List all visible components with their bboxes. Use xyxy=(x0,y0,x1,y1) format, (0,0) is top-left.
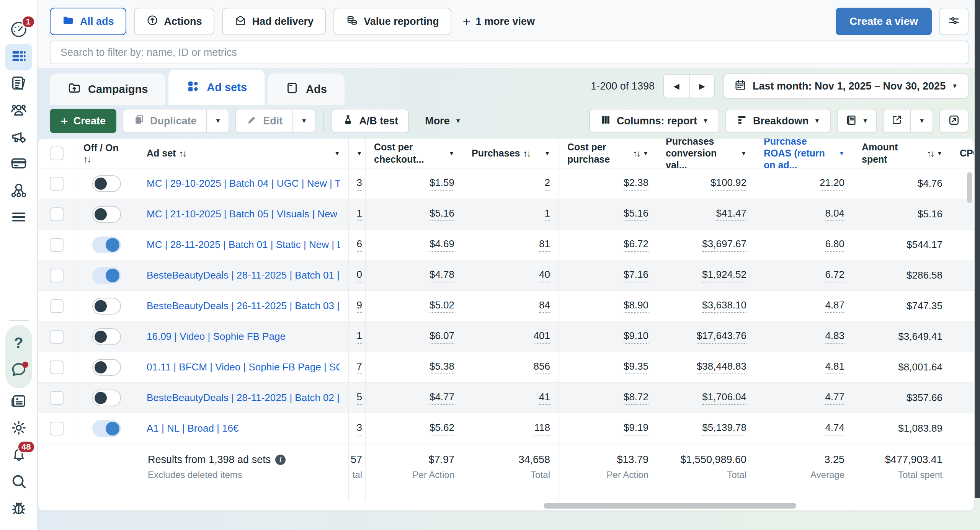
column-menu-icon[interactable]: ▼ xyxy=(934,150,942,157)
billing-item[interactable] xyxy=(5,151,32,178)
status-toggle[interactable] xyxy=(92,206,121,223)
prev-page-button[interactable]: ◀ xyxy=(664,75,689,98)
account-overview-item[interactable]: 1 xyxy=(5,17,32,44)
column-menu-icon[interactable]: ▼ xyxy=(640,150,648,157)
adset-name-link[interactable]: 16.09 | Video | Sophie FB Page xyxy=(147,331,286,342)
next-page-button[interactable]: ▶ xyxy=(689,75,714,98)
column-menu-icon[interactable]: ▼ xyxy=(353,150,362,157)
column-menu-icon[interactable]: ▼ xyxy=(331,150,340,157)
adset-name-link[interactable]: 01.11 | BFCM | Video | Sophie FB Page | … xyxy=(147,361,340,373)
status-toggle[interactable] xyxy=(92,236,121,253)
header-cost-per-purchase[interactable]: Cost per purchase ↑↓ ▼ xyxy=(559,139,657,168)
sort-icon[interactable]: ↑↓ xyxy=(927,148,934,159)
row-checkbox[interactable] xyxy=(50,391,64,405)
ab-test-button[interactable]: A/B test xyxy=(332,109,409,133)
horizontal-scrollbar[interactable] xyxy=(544,503,796,509)
reports-button[interactable]: ▼ xyxy=(837,109,877,133)
export-button[interactable] xyxy=(883,109,911,133)
adset-name-link[interactable]: BesteBeautyDeals | 28-11-2025 | Batch 02… xyxy=(147,392,340,404)
support-chat-item[interactable] xyxy=(5,357,32,384)
business-assets-item[interactable] xyxy=(5,178,32,204)
header-off-on[interactable]: Off / On ↑↓ xyxy=(75,139,138,168)
status-toggle[interactable] xyxy=(92,359,121,376)
header-conversion-value[interactable]: Purchases conversion val... ▼ xyxy=(657,139,755,168)
status-toggle[interactable] xyxy=(92,390,121,406)
status-toggle[interactable] xyxy=(92,267,121,284)
row-checkbox[interactable] xyxy=(50,299,64,313)
edit-caret-button[interactable]: ▼ xyxy=(293,109,315,133)
breakdown-button[interactable]: Breakdown ▼ xyxy=(725,109,831,133)
header-ad-set[interactable]: Ad set ↑↓ ▼ xyxy=(138,139,349,168)
header-cost-per-checkout[interactable]: Cost per checkout... ▼ xyxy=(366,139,463,168)
more-view-button[interactable]: + 1 more view xyxy=(463,15,535,28)
header-amount-spent[interactable]: Amount spent ↑↓ ▼ xyxy=(853,139,951,168)
notifications-item[interactable]: 48 xyxy=(5,442,32,469)
edit-button[interactable]: Edit xyxy=(235,109,293,133)
status-toggle[interactable] xyxy=(92,298,121,315)
row-checkbox[interactable] xyxy=(50,360,64,374)
export-icon xyxy=(891,114,903,128)
view-tab-had-delivery[interactable]: Had delivery xyxy=(222,8,326,35)
column-menu-icon[interactable]: ▼ xyxy=(738,150,746,157)
view-tab-value-reporting[interactable]: Value reporting xyxy=(333,8,451,35)
advertising-settings-item[interactable] xyxy=(5,124,32,151)
ads-reporting-item[interactable] xyxy=(5,70,32,97)
export-caret-button[interactable]: ▼ xyxy=(911,109,933,133)
info-icon[interactable]: i xyxy=(275,455,286,465)
vertical-scrollbar[interactable] xyxy=(967,172,972,203)
search-input[interactable] xyxy=(50,41,969,64)
row-checkbox[interactable] xyxy=(50,269,64,282)
updates-item[interactable] xyxy=(5,388,32,415)
audiences-item[interactable] xyxy=(5,97,32,124)
header-purchase-roas[interactable]: Purchase ROAS (return on ad... ▼ xyxy=(755,139,853,168)
view-tab-actions[interactable]: Actions xyxy=(134,8,214,35)
row-checkbox[interactable] xyxy=(50,330,64,344)
column-menu-icon[interactable]: ▼ xyxy=(446,150,454,157)
sort-icon[interactable]: ↑↓ xyxy=(83,154,90,165)
status-toggle[interactable] xyxy=(92,175,121,192)
sort-icon[interactable]: ↑↓ xyxy=(179,148,186,159)
sort-icon[interactable]: ↑↓ xyxy=(523,148,530,159)
create-view-button[interactable]: Create a view xyxy=(836,8,932,35)
duplicate-button[interactable]: Duplicate xyxy=(122,109,207,133)
header-cpc[interactable]: CPC xyxy=(951,139,974,168)
footer-note: Excludes deleted items xyxy=(148,470,242,480)
tab-ad-sets[interactable]: Ad sets xyxy=(168,70,265,105)
header-clipped-column[interactable]: ▼ xyxy=(349,139,366,168)
adset-name-link[interactable]: MC | 21-10-2025 | Batch 05 | VIsuals | N… xyxy=(147,208,340,220)
column-menu-icon[interactable]: ▼ xyxy=(541,150,550,157)
create-button[interactable]: + Create xyxy=(50,109,116,133)
row-checkbox[interactable] xyxy=(50,238,64,252)
settings-item[interactable] xyxy=(5,415,32,442)
adset-name-link[interactable]: MC | 28-11-2025 | Batch 01 | Static | Ne… xyxy=(147,239,340,251)
select-all-checkbox[interactable] xyxy=(50,147,64,160)
date-range-button[interactable]: Last month: Nov 1, 2025 – Nov 30, 2025 ▼ xyxy=(724,73,969,99)
adset-name-link[interactable]: A1 | NL | Broad | 16€ xyxy=(147,422,238,434)
status-toggle[interactable] xyxy=(92,328,121,345)
tab-campaigns[interactable]: Campaigns xyxy=(50,73,165,105)
more-button[interactable]: More ▼ xyxy=(415,109,471,133)
column-menu-icon[interactable]: ▼ xyxy=(836,150,844,157)
status-toggle[interactable] xyxy=(92,420,121,437)
view-charts-button[interactable] xyxy=(939,109,969,133)
header-purchases[interactable]: Purchases ↑↓ ▼ xyxy=(463,139,559,168)
all-tools-item[interactable] xyxy=(5,204,32,231)
adset-name-link[interactable]: BesteBeautyDeals | 26-11-2025 | Batch 03… xyxy=(147,300,340,312)
row-checkbox[interactable] xyxy=(50,207,64,221)
adset-name-link[interactable]: MC | 29-10-2025 | Batch 04 | UGC | New |… xyxy=(147,178,340,189)
sort-icon[interactable]: ↑↓ xyxy=(633,148,640,159)
row-checkbox[interactable] xyxy=(50,422,64,435)
help-item[interactable]: ? xyxy=(5,329,32,356)
adset-name-link[interactable]: BesteBeautyDeals | 28-11-2025 | Batch 01… xyxy=(147,269,340,281)
footer-cost-per-checkout: $7.97 Per Action xyxy=(366,444,463,502)
columns-button[interactable]: Columns: report ▼ xyxy=(589,109,719,133)
duplicate-caret-button[interactable]: ▼ xyxy=(207,109,229,133)
row-toggle-cell xyxy=(75,230,138,260)
view-tab-all-ads[interactable]: All ads xyxy=(50,8,126,35)
tab-ads[interactable]: Ads xyxy=(268,73,345,105)
view-settings-button[interactable] xyxy=(939,8,969,35)
campaigns-table-item[interactable] xyxy=(5,44,32,70)
search-sidebar-item[interactable] xyxy=(5,469,32,496)
report-bug-item[interactable] xyxy=(5,496,32,522)
row-checkbox[interactable] xyxy=(50,177,64,191)
